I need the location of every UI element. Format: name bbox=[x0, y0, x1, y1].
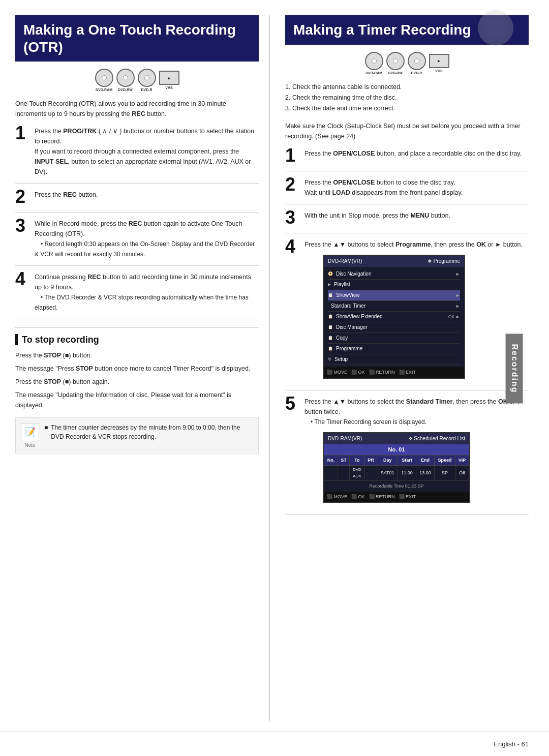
note-box: 📝 Note ■ The timer counter decreases by … bbox=[15, 417, 259, 453]
screen-row-standard-timer: Standard Timer ► bbox=[328, 301, 460, 312]
scheduled-record-screen: DVD-RAM(VR) ❖ Scheduled Record List No. … bbox=[323, 432, 470, 503]
left-step-1: 1 Press the PROG/TRK ( ∧ / ∨ ) buttons o… bbox=[15, 126, 259, 184]
screen-row-copy: 📋Copy bbox=[328, 333, 460, 344]
vhs-icon-right: ▶ VHS bbox=[429, 54, 449, 73]
screen-row-disc-manager: 📋Disc Manager bbox=[328, 322, 460, 333]
recordable-time-note: Recordable Time 01:23 SP bbox=[324, 481, 469, 491]
right-section-title: Making a Timer Recording bbox=[285, 15, 529, 45]
prereq-list: 1. Check the antenna cable is connected.… bbox=[285, 82, 529, 114]
left-step-2: 2 Press the REC button. bbox=[15, 190, 259, 213]
right-column: Making a Timer Recording DVD-RAM DVD-RW … bbox=[280, 15, 534, 721]
dvd-ram-icon-left: DVD-RAM bbox=[95, 69, 113, 92]
prereq-2: 2. Check the remaining time of the disc. bbox=[285, 93, 529, 103]
screen2-footer: ⬛ MOVE ⬛ OK ⬛ RETURN ⬛ EXIT bbox=[324, 492, 469, 502]
dvd-rw-icon-left: DVD-RW bbox=[116, 69, 135, 92]
vhs-icon-left: ▶ VHS bbox=[159, 71, 179, 89]
left-column: Making a One Touch Recording (OTR) DVD-R… bbox=[15, 15, 270, 721]
left-step-4: 4 Continue pressing REC button to add re… bbox=[15, 272, 259, 319]
page-container: Making a One Touch Recording (OTR) DVD-R… bbox=[0, 0, 549, 756]
scheduled-table: No. ST To PR Day Start End Speed VIP bbox=[324, 455, 469, 481]
table-row: DVDAUX SAT01 11:00 13:00 SP Off bbox=[324, 465, 469, 481]
main-content: Making a One Touch Recording (OTR) DVD-R… bbox=[0, 0, 549, 721]
note-icon: 📝 bbox=[21, 423, 39, 441]
screen-row-setup: ⚙Setup bbox=[328, 354, 460, 365]
screen2-title: No. 01 bbox=[324, 444, 469, 456]
dvd-rw-icon-right: DVD-RW bbox=[386, 52, 405, 75]
right-step-4: 4 Press the ▲▼ buttons to select Program… bbox=[285, 239, 529, 390]
page-footer: English - 61 bbox=[0, 732, 549, 756]
note-label: Note bbox=[24, 442, 35, 448]
programme-screen: DVD-RAM(VR) ❖ Programme 📀Disc Navigation… bbox=[323, 255, 465, 378]
screen-header: DVD-RAM(VR) ❖ Programme bbox=[324, 256, 464, 267]
dvd-ram-icon-right: DVD-RAM bbox=[365, 52, 383, 75]
prereq-1: 1. Check the antenna cable is connected. bbox=[285, 82, 529, 93]
left-title-text: Making a One Touch Recording (OTR) bbox=[23, 21, 251, 55]
screen-row-showview-ext: 📋ShowView Extended : Off ► bbox=[328, 312, 460, 322]
screen-row-playlist: ▶Playlist bbox=[328, 280, 460, 290]
prereq-3: 3. Check the date and time are correct. bbox=[285, 103, 529, 114]
stop-step-2: The message "Press STOP button once more… bbox=[15, 364, 259, 374]
right-icons-row: DVD-RAM DVD-RW DVD-R ▶ VHS bbox=[285, 52, 529, 75]
stop-step-3: Press the STOP (■) button again. bbox=[15, 377, 259, 387]
right-step-3: 3 With the unit in Stop mode, press the … bbox=[285, 210, 529, 233]
dvd-r-icon-right: DVD-R bbox=[408, 52, 426, 75]
left-section-title: Making a One Touch Recording (OTR) bbox=[15, 15, 259, 62]
screen-body: 📀Disc Navigation ► ▶Playlist 📋ShowView ► bbox=[324, 267, 464, 367]
screen-row-programme: 📋Programme bbox=[328, 344, 460, 354]
note-content: ■ The timer counter decreases by the min… bbox=[44, 423, 253, 441]
disc-decoration bbox=[478, 10, 513, 46]
prereq-note: Make sure the Clock (Setup-Clock Set) mu… bbox=[285, 121, 529, 141]
screen2-header: DVD-RAM(VR) ❖ Scheduled Record List bbox=[324, 433, 469, 444]
stop-step-4: The message "Updating the Information of… bbox=[15, 390, 259, 410]
right-step-1: 1 Press the OPEN/CLOSE button, and place… bbox=[285, 148, 529, 171]
screen-footer: ⬛ MOVE ⬛ OK ⬛ RETURN ⬛ EXIT bbox=[324, 367, 464, 377]
left-step-3: 3 While in Record mode, press the REC bu… bbox=[15, 219, 259, 266]
screen-row-showview: 📋ShowView ► bbox=[328, 290, 460, 301]
left-icons-row: DVD-RAM DVD-RW DVD-R ▶ VHS bbox=[15, 69, 259, 92]
page-number: English - 61 bbox=[494, 740, 529, 748]
stop-step-1: Press the STOP (■) button. bbox=[15, 350, 259, 360]
right-step-2: 2 Press the OPEN/CLOSE button to close t… bbox=[285, 177, 529, 204]
stop-recording-heading: To stop recording bbox=[15, 327, 259, 345]
dvd-r-icon-left: DVD-R bbox=[138, 69, 156, 92]
recording-sidebar-tab: Recording bbox=[505, 334, 523, 403]
right-step-5: 5 Press the ▲▼ buttons to select the Sta… bbox=[285, 397, 529, 515]
left-intro: One-Touch Recording (OTR) allows you to … bbox=[15, 99, 259, 119]
screen-row-disc-nav: 📀Disc Navigation ► bbox=[328, 269, 460, 280]
